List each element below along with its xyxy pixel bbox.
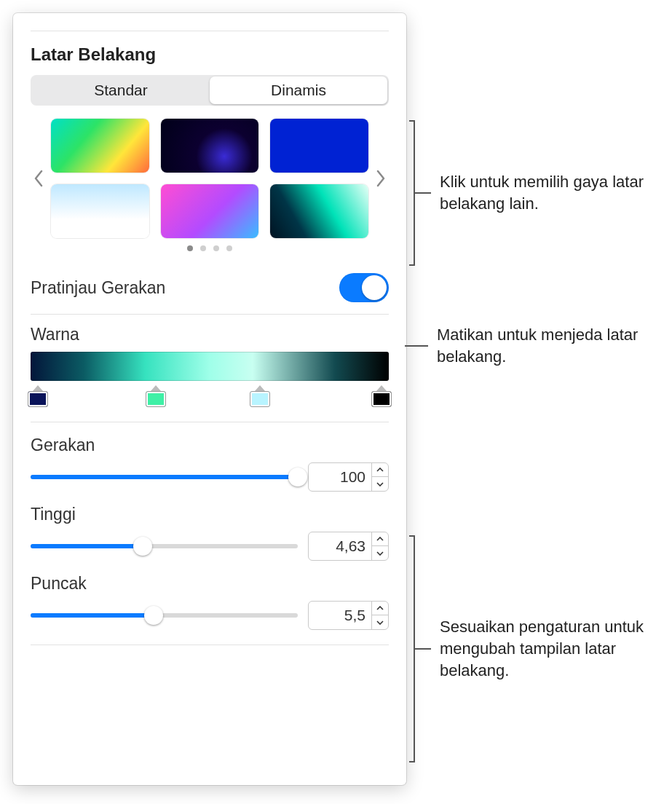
slider-fill <box>31 613 154 618</box>
callout-bracket <box>409 120 415 266</box>
gradient-stop[interactable] <box>146 385 166 407</box>
slider-fill <box>31 544 143 548</box>
slider-handle[interactable] <box>144 606 163 625</box>
chevron-down-icon <box>376 482 384 486</box>
section-title: Latar Belakang <box>31 44 389 65</box>
style-thumbnail[interactable] <box>270 184 368 238</box>
background-panel: Latar Belakang Standar Dinamis Pratinjau… <box>13 13 406 785</box>
divider <box>31 314 389 315</box>
gallery-next-button[interactable] <box>373 164 389 193</box>
stepper-up-button[interactable] <box>372 601 388 615</box>
stepper-down-button[interactable] <box>372 615 388 630</box>
motion-value-field[interactable]: 100 <box>308 462 389 492</box>
callout-bracket <box>409 535 415 762</box>
chevron-down-icon <box>376 551 384 556</box>
stepper-down-button[interactable] <box>372 477 388 492</box>
height-slider[interactable] <box>31 544 298 548</box>
chevron-down-icon <box>376 620 384 625</box>
gradient-stop[interactable] <box>250 385 270 407</box>
height-slider-block: Tinggi 4,63 <box>31 505 389 561</box>
motion-preview-row: Pratinjau Gerakan <box>31 269 389 314</box>
style-thumbnail[interactable] <box>51 119 149 173</box>
style-thumbnail[interactable] <box>161 184 259 238</box>
style-thumbnails <box>51 119 368 238</box>
callout-line <box>405 345 428 347</box>
peak-value[interactable]: 5,5 <box>309 602 371 628</box>
segment-dynamic[interactable]: Dinamis <box>210 76 387 104</box>
page-dot[interactable] <box>187 245 193 251</box>
toggle-knob <box>362 275 387 300</box>
motion-slider-block: Gerakan 100 <box>31 436 389 492</box>
callout-styles: Klik untuk memilih gaya latar belakang l… <box>409 120 657 266</box>
background-type-segmented[interactable]: Standar Dinamis <box>31 75 389 106</box>
page-dot[interactable] <box>200 245 206 251</box>
gallery-prev-button[interactable] <box>31 164 47 193</box>
motion-preview-label: Pratinjau Gerakan <box>31 278 165 298</box>
callout-settings: Sesuaikan pengaturan untuk mengubah tamp… <box>409 535 657 762</box>
color-label: Warna <box>31 325 389 344</box>
height-value[interactable]: 4,63 <box>309 533 371 559</box>
peak-value-field[interactable]: 5,5 <box>308 601 389 630</box>
motion-value[interactable]: 100 <box>309 464 371 490</box>
gradient-stops-row[interactable] <box>31 385 389 410</box>
slider-fill <box>31 475 298 479</box>
callout-text: Klik untuk memilih gaya latar belakang l… <box>431 171 657 214</box>
chevron-up-icon <box>376 537 384 541</box>
segment-standard[interactable]: Standar <box>32 76 210 104</box>
callout-text: Matikan untuk menjeda latar belakang. <box>428 324 654 367</box>
peak-slider-label: Puncak <box>31 574 389 594</box>
gradient-stop[interactable] <box>371 385 392 407</box>
style-thumbnail[interactable] <box>270 119 368 173</box>
stepper-up-button[interactable] <box>372 462 388 477</box>
gallery-page-dots[interactable] <box>31 245 389 251</box>
gradient-preview[interactable] <box>31 352 389 381</box>
callout-line <box>415 192 431 194</box>
color-section: Warna <box>31 325 389 410</box>
page-dot[interactable] <box>213 245 219 251</box>
chevron-left-icon <box>33 170 44 187</box>
callout-text: Sesuaikan pengaturan untuk mengubah tamp… <box>431 616 657 681</box>
callout-line <box>415 648 431 650</box>
style-thumbnail[interactable] <box>161 119 259 173</box>
motion-slider[interactable] <box>31 475 298 479</box>
height-slider-label: Tinggi <box>31 505 389 524</box>
stepper-up-button[interactable] <box>372 532 388 546</box>
chevron-up-icon <box>376 468 384 472</box>
slider-handle[interactable] <box>288 468 307 486</box>
page-dot[interactable] <box>226 245 232 251</box>
gradient-stop[interactable] <box>28 385 48 407</box>
style-thumbnail[interactable] <box>51 184 149 238</box>
stepper-down-button[interactable] <box>372 546 388 561</box>
style-gallery <box>31 119 389 238</box>
peak-slider[interactable] <box>31 613 298 618</box>
slider-handle[interactable] <box>133 537 152 556</box>
divider <box>31 422 389 422</box>
callout-toggle: Matikan untuk menjeda latar belakang. <box>405 324 654 367</box>
height-value-field[interactable]: 4,63 <box>308 532 389 561</box>
divider <box>31 645 389 645</box>
motion-slider-label: Gerakan <box>31 436 389 455</box>
chevron-up-icon <box>376 606 384 610</box>
peak-slider-block: Puncak 5,5 <box>31 574 389 630</box>
chevron-right-icon <box>376 170 386 187</box>
motion-preview-toggle[interactable] <box>339 273 389 302</box>
divider <box>31 31 389 31</box>
